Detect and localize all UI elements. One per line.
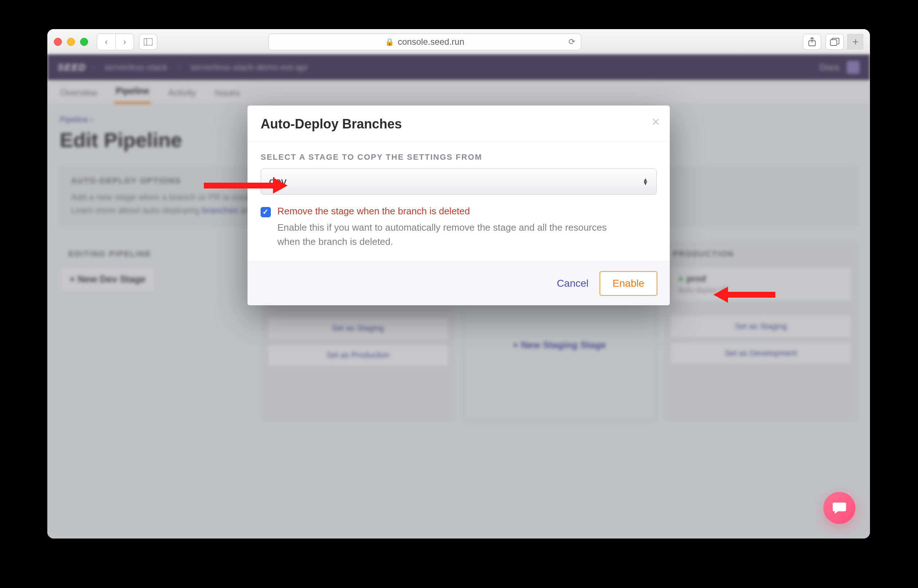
tabs-button[interactable] <box>826 34 844 50</box>
stage-select-label: SELECT A STAGE TO COPY THE SETTINGS FROM <box>260 152 657 162</box>
lock-icon: 🔒 <box>385 37 394 46</box>
sidebar-toggle-button[interactable] <box>139 34 157 50</box>
forward-button[interactable]: › <box>115 34 134 50</box>
svg-rect-0 <box>144 38 152 45</box>
checkbox-title: Remove the stage when the branch is dele… <box>277 205 627 217</box>
share-button[interactable] <box>803 34 821 50</box>
stage-select[interactable]: dev ▲▼ <box>260 168 657 195</box>
remove-stage-checkbox[interactable] <box>260 207 271 217</box>
close-window-button[interactable] <box>54 38 62 46</box>
modal-title: Auto-Deploy Branches <box>260 116 657 132</box>
window-controls <box>54 38 88 46</box>
new-tab-button[interactable]: + <box>847 34 863 50</box>
maximize-window-button[interactable] <box>80 38 88 46</box>
url-host: console.seed.run <box>398 37 464 47</box>
close-icon[interactable]: × <box>652 114 659 129</box>
browser-window: ‹ › 🔒 console.seed.run ⟳ + SEED › server… <box>47 29 870 538</box>
cancel-button[interactable]: Cancel <box>557 278 588 289</box>
chat-launcher[interactable] <box>823 492 855 524</box>
checkbox-desc: Enable this if you want to automatically… <box>277 221 627 249</box>
reload-icon[interactable]: ⟳ <box>569 37 575 47</box>
auto-deploy-modal: Auto-Deploy Branches × SELECT A STAGE TO… <box>247 105 670 305</box>
browser-titlebar: ‹ › 🔒 console.seed.run ⟳ + <box>47 29 870 55</box>
toolbar-right <box>803 34 844 50</box>
enable-button[interactable]: Enable <box>600 271 658 296</box>
url-bar[interactable]: 🔒 console.seed.run ⟳ <box>268 34 581 50</box>
modal-overlay[interactable]: Auto-Deploy Branches × SELECT A STAGE TO… <box>47 55 870 538</box>
back-button[interactable]: ‹ <box>97 34 115 50</box>
nav-buttons: ‹ › <box>97 34 134 50</box>
svg-rect-3 <box>830 40 837 45</box>
stage-select-value: dev <box>269 175 286 188</box>
chevron-updown-icon: ▲▼ <box>642 178 648 185</box>
minimize-window-button[interactable] <box>67 38 75 46</box>
